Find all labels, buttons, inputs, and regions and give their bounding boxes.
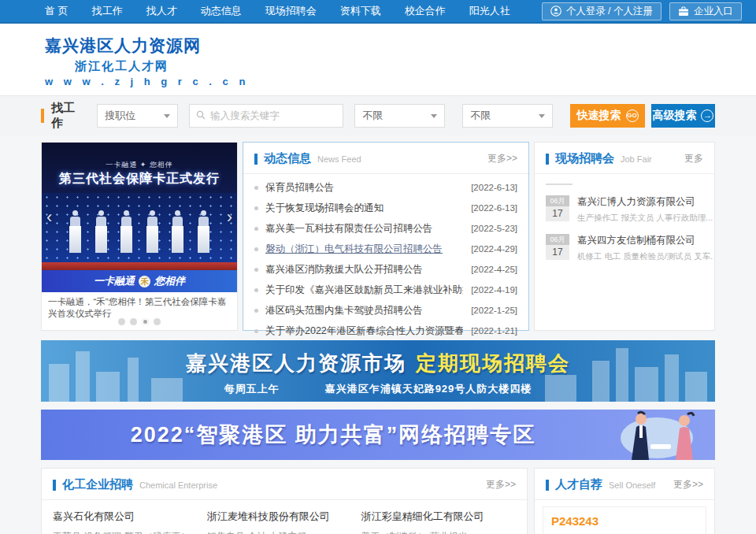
nav-item-sunshine-hr[interactable]: 阳光人社 [469, 4, 510, 18]
company-name: 浙江麦堆科技股份有限公司 [207, 510, 361, 524]
blue-accent-bar [546, 154, 549, 165]
nav-item-downloads[interactable]: 资料下载 [340, 4, 381, 18]
news-item[interactable]: 磐动（浙江）电气科技有限公司招聘公告[2022-4-29] [243, 239, 528, 259]
job-fair-company: 嘉兴四方友信制桶有限公司 [577, 234, 713, 247]
news-carousel: 一卡融通 ✦ 您相伴 第三代社会保障卡正式发行 一卡融通 禾 您相伴 [41, 142, 238, 331]
company-name: 浙江彩皇精细化工有限公司 [361, 510, 516, 524]
bullet-icon [254, 288, 258, 292]
site-subtitle: 浙江化工人才网 [75, 59, 756, 74]
personal-login-label: 个人登录 / 个人注册 [566, 5, 653, 18]
chemical-title: 化工企业招聘 [62, 477, 133, 492]
he-logo-icon: 禾 [139, 276, 150, 287]
bullet-icon [254, 247, 258, 251]
divider [546, 184, 573, 185]
news-item[interactable]: 嘉兴美一瓦科技有限责任公司招聘公告[2022-5-23] [243, 218, 528, 239]
talent-id: P243243 [551, 514, 698, 528]
carousel-dot[interactable] [154, 318, 161, 325]
chevron-down-icon [431, 114, 437, 118]
blue-accent-bar [53, 480, 56, 491]
talent-more-link[interactable]: 更多>> [673, 478, 703, 491]
news-item[interactable]: 嘉兴港区消防救援大队公开招聘公告[2022-4-25] [243, 259, 528, 280]
banner1-subtitle: 每周五上午嘉兴港区乍浦镇天妃路929号人防大楼四楼 [41, 382, 715, 396]
date-badge: 06月 17 [546, 195, 569, 224]
job-fair-jobs: 机修工 电工 质量检验员/测试员 叉车... [577, 251, 713, 262]
carousel-next-icon[interactable]: › [227, 209, 232, 226]
date-badge: 06月 17 [546, 234, 569, 262]
slide-title: 第三代社会保障卡正式发行 [42, 171, 237, 187]
blue-accent-bar [546, 480, 549, 491]
news-feed-subtitle: News Feed [317, 154, 361, 164]
nav-item-news[interactable]: 动态信息 [201, 4, 242, 18]
news-item[interactable]: 关于举办2022年港区新春综合性人力资源暨春风...[2022-1-21] [243, 321, 528, 341]
carousel-caption[interactable]: 一卡融通，“禾”您相伴！第三代社会保障卡嘉兴首发仪式举行 [42, 292, 237, 320]
site-title: 嘉兴港区人力资源网 [45, 35, 756, 57]
news-item[interactable]: 港区码头范围内集卡驾驶员招聘公告[2022-1-25] [243, 300, 528, 321]
banner1-title: 嘉兴港区人力资源市场定期现场招聘会 [41, 350, 715, 377]
stage-podiums [42, 210, 237, 253]
talent-item[interactable]: P243243 男 ｜ 嘉兴市→嘉兴港区 ｜ 八年以上 [543, 506, 706, 534]
nav-item-job-fair[interactable]: 现场招聘会 [265, 4, 317, 18]
nav-item-home[interactable]: 首 页 [45, 4, 69, 18]
job-fair-subtitle: Job Fair [621, 154, 652, 164]
nav-item-find-talent[interactable]: 找人才 [146, 4, 177, 18]
arrow-circle-icon: → [701, 109, 713, 122]
slide-banner-strip: 一卡融通 禾 您相伴 [42, 270, 237, 292]
search-icon [196, 109, 206, 123]
chevron-down-icon [539, 114, 545, 118]
enterprise-entry-label: 企业入口 [694, 5, 733, 18]
search-section-label: 找工作 [41, 101, 86, 131]
chemical-subtitle: Chemical Enterprise [139, 480, 217, 490]
quick-search-button[interactable]: 快速搜索 GO [570, 104, 645, 128]
top-navigation: 首 页 找工作 找人才 动态信息 现场招聘会 资料下载 校企合作 阳光人社 个人… [0, 0, 756, 24]
job-fair-company: 嘉兴汇博人力资源有限公司 [577, 195, 713, 209]
news-item[interactable]: 关于恢复现场招聘会的通知[2022-6-13] [243, 198, 528, 218]
talent-subtitle: Sell Oneself [609, 480, 655, 490]
advanced-search-button[interactable]: 高级搜索 → [651, 104, 715, 128]
filter-select-2[interactable]: 不限 [462, 104, 553, 128]
job-market-banner[interactable]: 嘉兴港区人力资源市场定期现场招聘会 每周五上午嘉兴港区乍浦镇天妃路929号人防大… [41, 340, 715, 402]
job-fair-more-link[interactable]: 更多 [684, 152, 703, 165]
enterprise-entry-button[interactable]: 企业入口 [669, 2, 742, 20]
company-listing[interactable]: 浙江麦堆科技股份有限公司 销售专员 会计 土建主管 [207, 510, 361, 534]
company-jobs: 普工（制造科） 营业担当 [361, 530, 516, 534]
chemical-enterprise-panel: 化工企业招聘 Chemical Enterprise 更多>> 嘉兴石化有限公司… [41, 468, 528, 534]
search-category-select[interactable]: 搜职位 [97, 104, 178, 128]
job-fair-item[interactable]: 06月 17 嘉兴四方友信制桶有限公司 机修工 电工 质量检验员/测试员 叉车.… [535, 227, 714, 265]
filter-select-1[interactable]: 不限 [354, 104, 445, 128]
carousel-dot[interactable] [118, 318, 125, 325]
talent-panel: 人才自荐 Sell Oneself 更多>> P243243 男 ｜ 嘉兴市→嘉… [534, 468, 715, 534]
search-band: 找工作 搜职位 不限 不限 快速搜索 GO 高级搜索 → [0, 96, 756, 135]
briefcase-icon [678, 6, 689, 17]
site-header: 嘉兴港区人力资源网 浙江化工人才网 w w w . z j h g r c . … [0, 24, 756, 96]
company-listing[interactable]: 嘉兴石化有限公司 工艺员 设备管理 警卫（残疾工） [53, 510, 207, 534]
carousel-prev-icon[interactable]: ‹ [46, 209, 52, 226]
carousel-dot[interactable] [142, 318, 149, 325]
person-icon [550, 6, 561, 17]
bullet-icon [254, 227, 258, 231]
site-url: w w w . z j h g r c . c n [45, 76, 756, 87]
company-listing[interactable]: 浙江彩皇精细化工有限公司 普工（制造科） 营业担当 [361, 510, 516, 534]
carousel-dot[interactable] [130, 318, 137, 325]
news-more-link[interactable]: 更多>> [487, 152, 517, 165]
talent-title: 人才自荐 [555, 477, 602, 492]
job-fair-jobs: 生产操作工 报关文员 人事行政助理... [577, 213, 713, 224]
job-fair-title: 现场招聘会 [555, 151, 614, 166]
carousel-slide[interactable]: 一卡融通 ✦ 您相伴 第三代社会保障卡正式发行 一卡融通 禾 您相伴 [42, 143, 237, 292]
nav-item-find-job[interactable]: 找工作 [92, 4, 123, 18]
news-item[interactable]: 保育员招聘公告[2022-6-13] [243, 177, 528, 198]
chemical-more-link[interactable]: 更多>> [486, 478, 516, 491]
slide-tagline: 一卡融通 ✦ 您相伴 [42, 160, 237, 170]
bullet-icon [254, 268, 258, 272]
news-item[interactable]: 关于印发《嘉兴港区鼓励新员工来港就业补助操作...[2022-4-19] [243, 280, 528, 300]
news-feed-panel: 动态信息 News Feed 更多>> 保育员招聘公告[2022-6-13] 关… [243, 142, 529, 331]
company-jobs: 工艺员 设备管理 警卫（残疾工） [53, 530, 207, 534]
job-fair-item[interactable]: 06月 17 嘉兴汇博人力资源有限公司 生产操作工 报关文员 人事行政助理... [535, 188, 714, 227]
nav-item-school-enterprise[interactable]: 校企合作 [405, 4, 446, 18]
job-fair-panel: 现场招聘会 Job Fair 更多 06月 17 嘉兴汇博人力资源有限公司 生产… [534, 142, 715, 331]
keyword-input[interactable] [210, 110, 337, 121]
company-jobs: 销售专员 会计 土建主管 [207, 530, 361, 534]
online-recruitment-banner[interactable]: 2022“智聚港区 助力共富”网络招聘专区 [41, 410, 715, 460]
bullet-icon [254, 309, 258, 313]
personal-login-button[interactable]: 个人登录 / 个人注册 [542, 2, 662, 20]
bullet-icon [254, 186, 258, 190]
